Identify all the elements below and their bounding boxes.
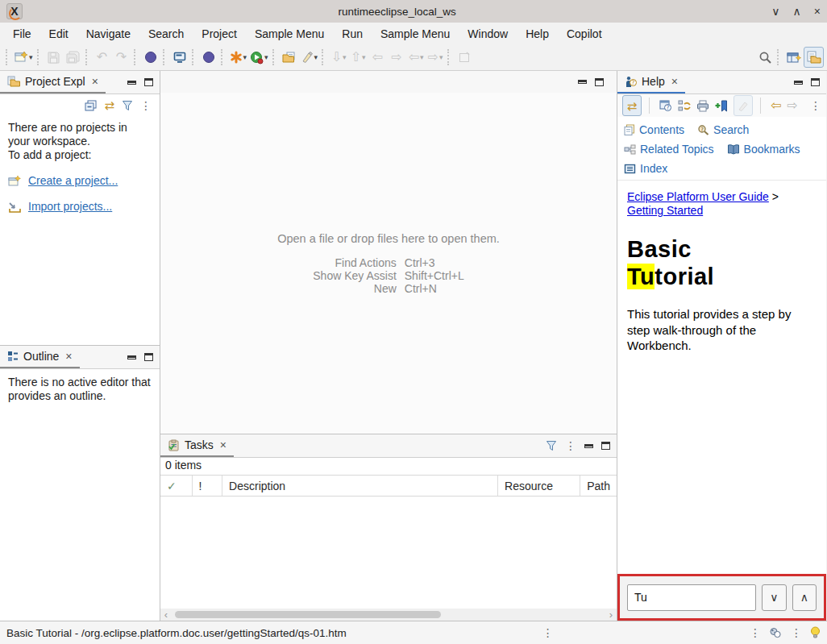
column-header-priority[interactable]: ! — [193, 476, 223, 496]
add-bookmark-icon[interactable] — [715, 100, 728, 112]
highlight-button[interactable] — [733, 95, 753, 116]
view-menu-icon[interactable]: ⋮ — [810, 99, 821, 112]
next-annotation-button[interactable]: ⇩▾ — [329, 47, 348, 68]
maximize-view-button[interactable] — [144, 78, 153, 86]
related-topics-icon[interactable] — [678, 100, 691, 112]
external-tools-button[interactable]: ▾ — [228, 47, 249, 68]
dropdown-icon[interactable]: ▾ — [243, 53, 247, 61]
filter-icon[interactable] — [546, 440, 557, 451]
menu-navigate[interactable]: Navigate — [78, 25, 139, 43]
filter-icon[interactable] — [122, 100, 133, 111]
dropdown-icon[interactable]: ▾ — [29, 53, 33, 61]
help-contents-link[interactable]: Contents — [624, 120, 684, 139]
minimize-view-button[interactable] — [127, 81, 136, 85]
dropdown-icon[interactable]: ▾ — [343, 53, 347, 61]
horizontal-scrollbar[interactable]: ‹ › — [160, 609, 617, 621]
link-with-editor-icon[interactable]: ⇄ — [104, 99, 114, 111]
window-maximize-button[interactable]: ∧ — [793, 5, 801, 18]
resource-perspective-button[interactable] — [804, 47, 824, 68]
minimize-view-button[interactable] — [794, 81, 803, 85]
window-close-button[interactable]: × — [814, 5, 821, 18]
minimize-view-button[interactable] — [127, 355, 136, 359]
back-button[interactable]: ⇦▾ — [406, 47, 426, 68]
column-header-path[interactable]: Path — [580, 476, 617, 496]
search-button[interactable] — [755, 47, 775, 68]
column-header-resource[interactable]: Resource — [498, 476, 580, 496]
save-all-button[interactable] — [64, 47, 83, 68]
help-bookmarks-link[interactable]: Bookmarks — [727, 139, 800, 159]
create-project-link[interactable]: Create a project... — [28, 174, 118, 188]
menu-run[interactable]: Run — [334, 25, 371, 43]
print-icon[interactable] — [696, 100, 709, 112]
scroll-right-icon[interactable]: › — [605, 609, 617, 620]
forward-button[interactable]: ⇨▾ — [426, 47, 445, 68]
tab-project-explorer[interactable]: Project Expl × — [0, 71, 106, 93]
find-input[interactable] — [627, 584, 756, 611]
scrollbar-thumb[interactable] — [175, 611, 441, 618]
lightbulb-icon[interactable] — [810, 626, 821, 639]
progress-icon[interactable] — [769, 627, 783, 638]
find-next-button[interactable]: ∨ — [762, 584, 787, 611]
menu-search[interactable]: Search — [140, 25, 192, 43]
minimize-editor-button[interactable] — [578, 80, 587, 84]
open-perspective-button[interactable] — [784, 47, 804, 68]
close-icon[interactable]: × — [92, 75, 98, 88]
dropdown-icon[interactable]: ▾ — [264, 53, 268, 61]
scroll-left-icon[interactable]: ‹ — [160, 609, 172, 620]
maximize-view-button[interactable] — [811, 78, 820, 86]
column-header-description[interactable]: Description — [222, 476, 498, 496]
highlighter-button[interactable]: ▾ — [299, 47, 320, 68]
help-back-icon[interactable]: ⇦ — [771, 99, 781, 112]
find-previous-button[interactable]: ∧ — [792, 584, 817, 611]
menu-file[interactable]: File — [5, 25, 39, 43]
save-button[interactable] — [44, 47, 64, 68]
tab-outline[interactable]: Outline × — [0, 346, 80, 368]
breadcrumb-link-getting-started[interactable]: Getting Started — [627, 204, 703, 217]
maximize-view-button[interactable] — [144, 353, 153, 361]
maximize-editor-button[interactable] — [595, 78, 604, 86]
redo-button[interactable]: ↷ — [112, 47, 131, 68]
import-projects-link[interactable]: Import projects... — [28, 200, 112, 214]
dropdown-icon[interactable]: ▾ — [420, 53, 424, 61]
menu-project[interactable]: Project — [193, 25, 245, 43]
menu-help[interactable]: Help — [517, 25, 557, 43]
tab-tasks[interactable]: Tasks × — [160, 434, 234, 457]
help-search-link[interactable]: ? Search — [697, 120, 749, 139]
menu-edit[interactable]: Edit — [41, 25, 77, 43]
minimize-view-button[interactable] — [584, 444, 593, 448]
last-edit-location-button[interactable]: ⇦ — [368, 47, 387, 68]
help-related-topics-link[interactable]: Related Topics — [624, 139, 714, 159]
previous-annotation-button[interactable]: ⇧▾ — [348, 47, 368, 68]
link-with-contents-button[interactable]: ⇄ — [622, 95, 642, 116]
open-task-button[interactable] — [280, 47, 299, 68]
help-index-link[interactable]: Index — [624, 159, 667, 178]
new-wizard-button[interactable]: ▾ — [13, 47, 35, 68]
run-button[interactable]: ▾ — [248, 47, 270, 68]
dropdown-icon[interactable]: ▾ — [362, 53, 366, 61]
sample-action-button-2[interactable] — [199, 47, 218, 68]
dropdown-icon[interactable]: ▾ — [439, 53, 443, 61]
pin-editor-button[interactable] — [455, 47, 474, 68]
editor-empty-area[interactable]: Open a file or drop files here to open t… — [160, 93, 617, 434]
menu-copilot[interactable]: Copilot — [559, 25, 610, 43]
view-menu-icon[interactable]: ⋮ — [565, 439, 576, 452]
dropdown-icon[interactable]: ▾ — [314, 53, 318, 61]
next-edit-location-button[interactable]: ⇨ — [387, 47, 406, 68]
view-menu-icon[interactable]: ⋮ — [140, 99, 152, 112]
close-icon[interactable]: × — [220, 438, 226, 451]
help-forward-icon[interactable]: ⇨ — [787, 99, 797, 112]
show-in-contents-icon[interactable]: ? — [659, 100, 672, 112]
tab-help[interactable]: ? Help × — [617, 71, 685, 93]
window-minimize-button[interactable]: ∨ — [771, 5, 779, 18]
maximize-view-button[interactable] — [601, 442, 610, 450]
menu-window[interactable]: Window — [459, 25, 516, 43]
collapse-all-icon[interactable] — [85, 100, 97, 111]
sample-action-button-1[interactable] — [141, 47, 160, 68]
console-button[interactable] — [170, 47, 189, 68]
column-header-completed[interactable]: ✓ — [160, 476, 193, 496]
breadcrumb-link-user-guide[interactable]: Eclipse Platform User Guide — [627, 190, 769, 203]
close-icon[interactable]: × — [65, 350, 72, 363]
menu-sample-menu-2[interactable]: Sample Menu — [372, 25, 458, 43]
menu-sample-menu-1[interactable]: Sample Menu — [247, 25, 332, 43]
undo-button[interactable]: ↶ — [93, 47, 112, 68]
